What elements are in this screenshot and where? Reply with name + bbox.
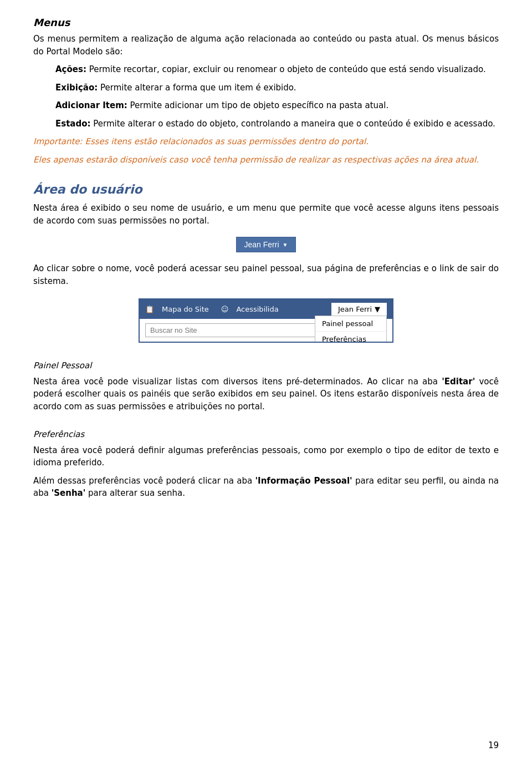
header-right-user[interactable]: Jean Ferri ▼ Painel pessoal Preferências… bbox=[331, 303, 387, 316]
senha-label: 'Senha' bbox=[52, 488, 86, 498]
acoes-label: Ações: bbox=[55, 64, 86, 74]
user-area-description: Ao clicar sobre o nome, você poderá aces… bbox=[33, 262, 499, 287]
menus-intro: Os menus permitem a realização de alguma… bbox=[33, 33, 499, 58]
preferencias-text2: Além dessas preferências você poderá cli… bbox=[33, 475, 499, 500]
user-area-title: Área do usuário bbox=[33, 182, 499, 196]
screenshot-box: 📋 Mapa do Site ☺ Acessibilida Jean Ferri… bbox=[139, 298, 393, 343]
important-line2: Eles apenas estarão disponíveis caso voc… bbox=[33, 154, 499, 166]
estado-desc: Permite alterar o estado do objeto, cont… bbox=[93, 119, 495, 129]
nav-items: 📋 Mapa do Site ☺ Acessibilida bbox=[145, 305, 279, 313]
dropdown-arrow-icon: ▼ bbox=[283, 242, 288, 248]
acoes-desc: Permite recortar, copiar, excluir ou ren… bbox=[89, 64, 486, 74]
menu-item-acoes: Ações: Permite recortar, copiar, excluir… bbox=[55, 63, 499, 76]
dropdown-preferencias[interactable]: Preferências bbox=[315, 332, 386, 343]
pref-text2-pre: Além dessas preferências você poderá cli… bbox=[33, 476, 255, 486]
menus-items: Ações: Permite recortar, copiar, excluir… bbox=[55, 63, 499, 130]
page-number: 19 bbox=[488, 740, 499, 750]
map-icon: 📋 bbox=[145, 305, 154, 313]
user-area-intro: Nesta área é exibido o seu nome de usuár… bbox=[33, 202, 499, 227]
painel-pessoal-text: Nesta área você pode visualizar listas c… bbox=[33, 375, 499, 413]
map-label: Mapa do Site bbox=[162, 305, 209, 313]
editar-label: 'Editar' bbox=[442, 377, 475, 387]
exibicao-label: Exibição: bbox=[55, 83, 98, 93]
menu-item-adicionar: Adicionar Item: Permite adicionar um tip… bbox=[55, 99, 499, 112]
adicionar-desc: Permite adicionar um tipo de objeto espe… bbox=[130, 100, 389, 110]
user-area-section: Área do usuário Nesta área é exibido o s… bbox=[33, 182, 499, 343]
adicionar-label: Adicionar Item: bbox=[55, 100, 127, 110]
jean-ferri-button[interactable]: Jean Ferri ▼ bbox=[236, 237, 296, 252]
access-label: Acessibilida bbox=[236, 305, 278, 313]
menu-item-exibicao: Exibição: Permite alterar a forma que um… bbox=[55, 82, 499, 94]
user-button-demo: Jean Ferri ▼ bbox=[33, 237, 499, 252]
info-pessoal-label: 'Informação Pessoal' bbox=[255, 476, 352, 486]
painel-text1: Nesta área você pode visualizar listas c… bbox=[33, 377, 442, 387]
menus-section: Menus Os menus permitem a realização de … bbox=[33, 17, 499, 166]
preferencias-title: Preferências bbox=[33, 428, 499, 441]
header-left-nav: 📋 Mapa do Site ☺ Acessibilida bbox=[145, 305, 279, 313]
menu-item-estado: Estado: Permite alterar o estado do obje… bbox=[55, 118, 499, 130]
dropdown-painel[interactable]: Painel pessoal bbox=[315, 316, 386, 332]
exibicao-desc: Permite alterar a forma que um item é ex… bbox=[100, 83, 296, 93]
jean-ferri-label: Jean Ferri bbox=[244, 240, 279, 249]
nav-screenshot: 📋 Mapa do Site ☺ Acessibilida Jean Ferri… bbox=[33, 298, 499, 343]
important-line1: Importante: Esses itens estão relacionad… bbox=[33, 135, 499, 148]
access-icon: ☺ bbox=[221, 305, 229, 313]
painel-pessoal-section: Painel Pessoal Nesta área você pode visu… bbox=[33, 359, 499, 413]
header-arrow-icon: ▼ bbox=[375, 305, 380, 313]
preferencias-text: Nesta área você poderá definir algumas p… bbox=[33, 444, 499, 469]
header-user-label: Jean Ferri bbox=[338, 305, 372, 313]
screenshot-header: 📋 Mapa do Site ☺ Acessibilida Jean Ferri… bbox=[140, 299, 392, 319]
preferencias-section: Preferências Nesta área você poderá defi… bbox=[33, 428, 499, 500]
menus-title: Menus bbox=[33, 17, 499, 28]
pref-text2-post: para alterar sua senha. bbox=[85, 488, 185, 498]
user-dropdown-menu: Painel pessoal Preferências Sair bbox=[315, 316, 387, 343]
estado-label: Estado: bbox=[55, 119, 91, 129]
painel-pessoal-title: Painel Pessoal bbox=[33, 359, 499, 372]
